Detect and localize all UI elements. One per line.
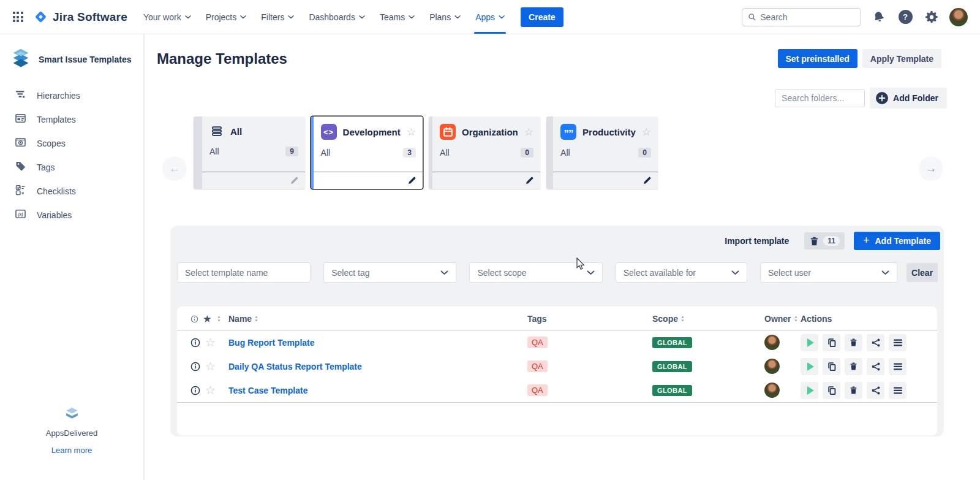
folder-subtitle: All — [321, 148, 331, 158]
star-icon[interactable]: ☆ — [205, 337, 216, 348]
sidebar-item-templates[interactable]: Templates — [0, 107, 143, 131]
mouse-cursor — [575, 257, 587, 272]
star-column-icon[interactable]: ★ — [203, 314, 211, 323]
share-template-button[interactable] — [867, 382, 884, 399]
edit-pencil-icon[interactable] — [407, 176, 417, 185]
folder-card-development[interactable]: <> Development ☆ All 3 — [311, 116, 423, 189]
folder-subtitle: All — [209, 147, 219, 156]
sort-icon — [793, 315, 799, 322]
folder-count-badge: 0 — [521, 148, 533, 158]
run-template-button[interactable] — [801, 334, 818, 351]
folder-card-all[interactable]: All All 9 — [194, 116, 305, 189]
delete-template-button[interactable] — [845, 334, 862, 351]
folder-card-productivity[interactable]: ”” Productivity ☆ All 0 — [546, 116, 658, 189]
jira-diamond-icon — [33, 9, 48, 25]
owner-avatar[interactable] — [764, 383, 780, 398]
nav-item-teams[interactable]: Teams — [380, 0, 415, 34]
sidebar-item-tags[interactable]: Tags — [0, 155, 143, 179]
nav-item-apps[interactable]: Apps — [475, 0, 505, 34]
folder-count-badge: 3 — [403, 148, 416, 158]
app-switcher-icon[interactable] — [7, 7, 28, 28]
add-template-button[interactable]: + Add Template — [854, 232, 940, 250]
template-name-link[interactable]: Daily QA Status Report Template — [228, 362, 362, 371]
filter-select-user[interactable]: Select user — [760, 262, 897, 283]
search-input[interactable] — [760, 12, 855, 22]
learn-more-link[interactable]: Learn more — [51, 446, 92, 455]
more-actions-button[interactable] — [889, 358, 907, 375]
template-name-link[interactable]: Test Case Template — [228, 386, 307, 395]
notifications-icon[interactable] — [869, 7, 889, 28]
smart-issue-templates-icon — [9, 48, 33, 71]
help-icon[interactable]: ? — [897, 9, 914, 26]
share-template-button[interactable] — [867, 334, 884, 351]
global-search[interactable] — [742, 8, 861, 26]
nav-item-plans[interactable]: Plans — [429, 0, 461, 34]
scopes-icon — [14, 136, 27, 150]
sidebar-item-variables[interactable]: (x) Variables — [0, 203, 143, 227]
column-scope[interactable]: Scope — [652, 314, 685, 324]
nav-item-projects[interactable]: Projects — [206, 0, 247, 34]
run-template-button[interactable] — [801, 382, 818, 399]
clear-filters-button[interactable]: Clear — [907, 263, 938, 282]
filter-row: Select tag Select scope Select available… — [177, 262, 938, 283]
calendar-icon — [440, 124, 456, 140]
template-name-link[interactable]: Bug Report Template — [228, 338, 315, 348]
filter-select-available-for[interactable]: Select available for — [616, 262, 747, 283]
nav-item-your-work[interactable]: Your work — [143, 0, 191, 34]
info-icon[interactable] — [190, 338, 200, 348]
sidebar-item-scopes[interactable]: Scopes — [0, 131, 143, 155]
sidebar-menu: Hierarchies Templates Scopes Tags Checkl… — [0, 83, 143, 227]
copy-template-button[interactable] — [823, 334, 840, 351]
share-template-button[interactable] — [867, 358, 884, 375]
owner-avatar[interactable] — [764, 359, 780, 374]
import-template-link[interactable]: Import template — [725, 236, 789, 246]
jira-logo[interactable]: Jira Software — [33, 0, 127, 34]
folder-search-input[interactable] — [775, 89, 865, 107]
apply-template-button[interactable]: Apply Template — [862, 49, 941, 68]
set-preinstalled-button[interactable]: Set preinstalled — [778, 49, 858, 68]
delete-template-button[interactable] — [845, 358, 862, 375]
filter-placeholder: Select available for — [624, 268, 696, 278]
run-template-button[interactable] — [801, 358, 818, 375]
star-icon[interactable]: ☆ — [524, 127, 533, 137]
filter-input-select-template-name[interactable] — [185, 268, 303, 278]
sidebar-item-hierarchies[interactable]: Hierarchies — [0, 83, 143, 107]
edit-pencil-icon[interactable] — [525, 176, 534, 185]
more-actions-button[interactable] — [889, 334, 907, 351]
delete-template-button[interactable] — [845, 382, 862, 399]
column-name[interactable]: Name — [228, 314, 259, 324]
edit-pencil-icon[interactable] — [290, 176, 299, 185]
edit-pencil-icon[interactable] — [643, 176, 652, 185]
sidebar-item-checklists[interactable]: Checklists — [0, 179, 143, 203]
trash-count-badge: 11 — [823, 236, 840, 246]
star-icon[interactable]: ☆ — [642, 127, 651, 137]
star-icon[interactable]: ☆ — [407, 127, 416, 137]
table-row: ☆ Test Case Template QA GLOBAL — [177, 378, 937, 402]
carousel-prev-button[interactable]: ← — [162, 156, 187, 181]
create-button[interactable]: Create — [521, 7, 564, 27]
settings-gear-icon[interactable] — [923, 9, 940, 26]
add-folder-button[interactable]: Add Folder — [870, 88, 947, 109]
copy-template-button[interactable] — [823, 358, 840, 375]
more-actions-button[interactable] — [889, 382, 907, 399]
folder-name: Development — [343, 127, 401, 137]
trash-bin-button[interactable]: 11 — [804, 232, 845, 250]
folder-card-strip — [194, 116, 202, 189]
column-owner[interactable]: Owner — [764, 314, 799, 324]
chevron-down-icon — [359, 15, 365, 19]
star-icon[interactable]: ☆ — [205, 384, 216, 396]
carousel-next-button[interactable]: → — [919, 156, 943, 181]
nav-item-dashboards[interactable]: Dashboards — [309, 0, 365, 34]
user-avatar[interactable] — [949, 8, 968, 26]
owner-avatar[interactable] — [764, 335, 780, 350]
sort-icon[interactable] — [216, 315, 222, 322]
star-icon[interactable]: ☆ — [205, 360, 216, 372]
filter-select-tag[interactable]: Select tag — [323, 262, 456, 283]
play-icon — [807, 338, 814, 347]
info-icon[interactable] — [190, 362, 200, 371]
folder-card-organization[interactable]: Organization ☆ All 0 — [429, 116, 540, 189]
info-icon[interactable] — [190, 386, 200, 395]
copy-template-button[interactable] — [823, 382, 840, 399]
folder-card-strip — [546, 116, 553, 189]
nav-item-filters[interactable]: Filters — [261, 0, 294, 34]
